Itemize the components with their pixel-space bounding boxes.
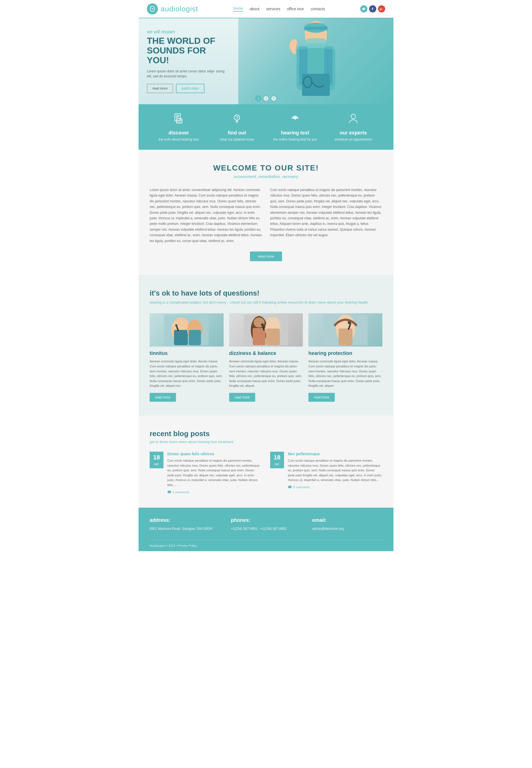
blog-comments-2[interactable]: 5 comments [288, 486, 382, 489]
footer-bottom: Audiologist © 2014 • Privacy Policy [150, 540, 382, 551]
copyright-text: Audiologist © 2014 • Privacy Policy [150, 544, 197, 547]
welcome-subtitle: assessment, remediation, recovery [150, 174, 382, 179]
feature-hearing-title: hearing test [266, 130, 324, 136]
site-footer: address: 8901 Marmora Road, Glasgow, D04… [139, 508, 393, 551]
feature-experts[interactable]: our experts schedule an appointment [324, 113, 382, 141]
dizziness-read-more-button[interactable]: read more [229, 393, 255, 402]
svg-rect-30 [189, 330, 201, 345]
footer-email: email: admin@demolink.org [312, 517, 382, 532]
footer-phones-title: phones: [231, 517, 301, 523]
discover-icon [150, 113, 208, 127]
hero-buttons: read more watch video [147, 84, 230, 93]
tinnitus-read-more-button[interactable]: read more [150, 393, 176, 402]
svg-point-14 [291, 39, 297, 46]
read-more-button[interactable]: read more [147, 84, 173, 93]
questions-title: it's ok to have lots of questions! [150, 289, 382, 297]
main-nav: home about services office tour contacts [233, 6, 325, 12]
card-hearing-protection: hearing protection Aenean commodo ligula… [308, 313, 382, 402]
hero-content: we will reopen THE WORLD OF SOUNDS for y… [139, 18, 238, 104]
blog-section: recent blog posts get to know more news … [139, 416, 393, 508]
hero-title: THE WORLD OF SOUNDS for you! [147, 36, 230, 65]
nav-home[interactable]: home [233, 6, 243, 12]
logo-icon [147, 3, 158, 14]
blog-comments-count-2: 5 comments [293, 486, 310, 489]
welcome-section: WELCOME TO OUR SITE! assessment, remedia… [139, 150, 393, 275]
blog-content-2: Nec pellentesque Cum sociis natoque pena… [288, 452, 382, 494]
blog-date-num-2: 18 [271, 454, 283, 461]
blog-content-1: Donec quam felis ultrices Cum sociis nat… [167, 452, 262, 494]
tinnitus-image [150, 313, 224, 346]
blog-date-num-1: 18 [151, 454, 162, 461]
hearing-protection-read-more-button[interactable]: read more [308, 393, 335, 402]
svg-point-38 [267, 317, 279, 327]
experts-icon [324, 113, 382, 127]
footer-address-title: address: [150, 517, 220, 523]
nav-contacts[interactable]: contacts [311, 7, 325, 11]
svg-rect-11 [306, 38, 326, 48]
site-header: audiologist home about services office t… [139, 0, 393, 18]
feature-findout[interactable]: find out what our patients know [208, 113, 266, 141]
svg-rect-27 [174, 330, 188, 345]
blog-posts: 18 apr Donec quam felis ultrices Cum soc… [150, 452, 382, 494]
blog-date-2: 18 apr [270, 452, 284, 468]
dot-2[interactable]: 2 [263, 95, 269, 101]
svg-point-21 [237, 119, 237, 120]
feature-discover-desc: the truth about hearing loss [150, 137, 208, 141]
blog-post-title-1[interactable]: Donec quam felis ultrices [167, 452, 262, 456]
dizziness-image [229, 313, 303, 346]
welcome-read-more-button[interactable]: read more [250, 251, 282, 261]
feature-findout-desc: what our patients know [208, 137, 266, 141]
cards-row: tinnitus Aenean commodo ligula eget dolo… [150, 313, 382, 402]
twitter-icon[interactable] [360, 5, 367, 12]
welcome-columns: Lorem ipsum dolor sit amet, consectetuer… [150, 187, 382, 244]
hero-section: we will reopen THE WORLD OF SOUNDS for y… [139, 18, 393, 104]
footer-address-text: 8901 Marmora Road, Glasgow, D04 89GR [150, 526, 220, 532]
feature-hearing-desc: the online hearing test for you [266, 137, 324, 141]
questions-subtitle: hearing is a complicated subject, but do… [150, 300, 382, 305]
slider-dots: 1 2 3 [255, 95, 277, 101]
nav-about[interactable]: about [250, 7, 259, 11]
blog-post-2: 18 apr Nec pellentesque Cum sociis natoq… [270, 452, 382, 494]
dizziness-title: dizziness & balance [229, 350, 303, 356]
svg-point-29 [190, 320, 200, 329]
findout-icon [208, 113, 266, 127]
hero-image [238, 18, 393, 104]
welcome-title: WELCOME TO OUR SITE! [150, 164, 382, 172]
footer-email-text: admin@demolink.org [312, 526, 382, 532]
logo-text: audiologist [161, 5, 198, 13]
welcome-col-right: Cum sociis natoque penatibus et magnis d… [270, 187, 382, 244]
dizziness-text: Aenean commodo ligula eget dolor. Aenean… [229, 359, 303, 389]
feature-findout-title: find out [208, 130, 266, 136]
blog-date-month-1: apr [154, 462, 159, 466]
feature-discover[interactable]: discover the truth about hearing loss [150, 113, 208, 141]
blog-subtitle: get to know more news about hearing loss… [150, 440, 382, 444]
welcome-col-left: Lorem ipsum dolor sit amet, consectetuer… [150, 187, 262, 244]
blog-post-title-2[interactable]: Nec pellentesque [288, 452, 382, 456]
nav-office-tour[interactable]: office tour [287, 7, 304, 11]
tinnitus-text: Aenean commodo ligula eget dolor. Aeneis… [150, 359, 224, 389]
svg-text:g+: g+ [380, 8, 383, 11]
feature-experts-title: our experts [324, 130, 382, 136]
footer-address: address: 8901 Marmora Road, Glasgow, D04… [150, 517, 220, 532]
hero-description: Lorem ipsum dolor sit amet conse ctetur … [147, 69, 230, 79]
blog-comments-1[interactable]: 5 comments [167, 491, 262, 494]
facebook-icon[interactable] [369, 5, 376, 12]
doctor-image [238, 18, 393, 104]
card-dizziness: dizziness & balance Aenean commodo ligul… [229, 313, 303, 402]
svg-point-23 [351, 114, 355, 119]
footer-phones-text: +1(234) 567-8901 · +1(234) 567-8901 [231, 526, 301, 532]
card-tinnitus: tinnitus Aenean commodo ligula eget dolo… [150, 313, 224, 402]
svg-rect-45 [339, 328, 352, 345]
watch-video-button[interactable]: watch video [176, 84, 204, 93]
hearing-protection-image [308, 313, 382, 346]
feature-hearing-test[interactable]: hearing test the online hearing test for… [266, 113, 324, 141]
hearing-test-icon [266, 113, 324, 127]
dot-1[interactable]: 1 [255, 95, 261, 101]
dot-3[interactable]: 3 [271, 95, 277, 101]
logo: audiologist [147, 3, 198, 14]
googleplus-icon[interactable]: g+ [378, 5, 385, 12]
blog-post-text-2: Cum sociis natoque penatibus et magnis d… [288, 458, 382, 483]
svg-point-22 [294, 118, 296, 119]
svg-rect-13 [304, 27, 328, 30]
nav-services[interactable]: services [266, 7, 280, 11]
